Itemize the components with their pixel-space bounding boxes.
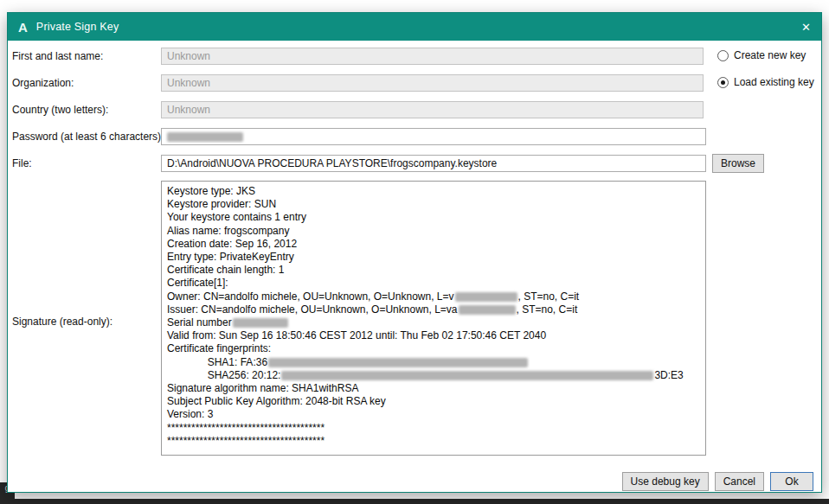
window-title: Private Sign Key [36,21,119,33]
titlebar[interactable]: A Private Sign Key ✕ [8,13,821,41]
footer-buttons: Use debug key Cancel Ok [622,472,813,491]
redacted-text [455,292,517,302]
redacted-text [268,358,528,367]
redacted-text [281,371,653,380]
signature-line: Owner: CN=andolfo michele, OU=Unknown, O… [167,290,700,303]
country-label: Country (two letters): [12,104,108,116]
signature-line: Valid from: Sun Sep 16 18:50:46 CEST 201… [167,329,700,342]
password-input[interactable] [161,128,706,145]
signature-line: Signature algorithm name: SHA1withRSA [167,382,700,395]
redacted-text [459,305,516,315]
organization-label: Organization: [12,77,74,89]
signature-line: *************************************** [167,422,700,435]
signature-line: SHA1: FA:36 [167,356,700,369]
file-input[interactable] [161,155,706,172]
country-input [161,101,704,118]
use-debug-key-button[interactable]: Use debug key [622,472,709,491]
signature-line: Keystore type: JKS [167,185,700,198]
signature-line: Alias name: frogscompany [167,225,700,238]
radio-dot[interactable] [717,77,729,88]
password-label: Password (at least 6 characters): [12,131,164,143]
radio-create-new-key-label: Create new key [734,49,806,61]
signature-line: Serial number [167,316,700,329]
signature-line: Certificate fingerprints: [167,342,700,355]
signature-line: Entry type: PrivateKeyEntry [167,251,700,264]
signature-line: Subject Public Key Algorithm: 2048-bit R… [167,395,700,408]
radio-create-new-key[interactable]: Create new key [717,49,806,61]
cancel-button[interactable]: Cancel [715,472,764,491]
signature-label: Signature (read-only): [12,316,112,328]
signature-line: *************************************** [167,435,700,448]
app-icon: A [18,20,28,35]
organization-input [161,74,704,92]
signature-line: Your keystore contains 1 entry [167,211,700,224]
signature-line: SHA256: 20:12:3D:E3 [167,369,700,382]
radio-load-existing-key-label: Load existing key [734,76,814,88]
signature-line: Keystore provider: SUN [167,198,700,211]
background-dark-strip [0,499,829,504]
signature-line: Version: 3 [167,408,700,421]
redacted-text [233,318,288,328]
signature-line: Issuer: CN=andolfo michele, OU=Unknown, … [167,303,700,316]
private-sign-key-dialog: A Private Sign Key ✕ First and last name… [7,12,822,493]
signature-line: Certificate chain length: 1 [167,264,700,277]
radio-dot[interactable] [717,50,729,61]
signature-line: Creation date: Sep 16, 2012 [167,238,700,251]
name-label: First and last name: [12,50,103,62]
name-input [161,48,704,65]
redacted-password [167,132,243,142]
ok-button[interactable]: Ok [770,472,813,491]
dialog-body: First and last name: Organization: Count… [8,41,821,492]
signature-line: Certificate[1]: [167,277,700,290]
file-label: File: [12,157,32,169]
radio-load-existing-key[interactable]: Load existing key [717,76,814,88]
signature-box[interactable]: Keystore type: JKSKeystore provider: SUN… [161,181,706,456]
browse-button[interactable]: Browse [712,154,764,173]
close-icon[interactable]: ✕ [781,21,811,34]
